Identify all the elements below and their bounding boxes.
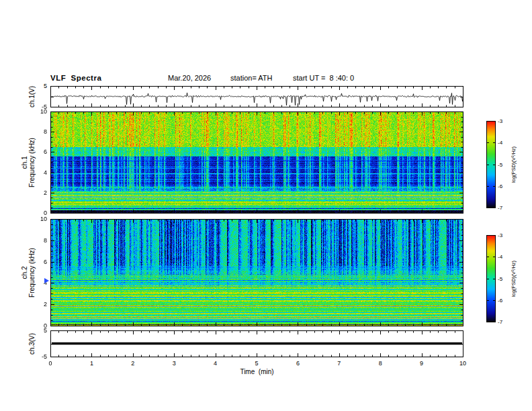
ch3-waveform-panel (50, 330, 463, 357)
ch1-axis-label-line2: Frequency (kHz) (28, 138, 36, 187)
figure-station: station= ATH (230, 74, 272, 82)
x-tick-label: 10 (455, 360, 470, 367)
colorbar-tick-label: -7 (498, 205, 502, 212)
vlf-spectra-figure: VLF Spectra Mar.20, 2026 station= ATH st… (0, 0, 532, 411)
y-tick-label: 8 (30, 128, 47, 135)
ch1-colorbar (486, 121, 496, 208)
ch2-spectrogram-panel (50, 219, 463, 326)
time-axis-label: Time (min) (50, 368, 463, 375)
x-tick-label: 0 (43, 360, 58, 367)
figure-start-ut: start UT = 8 :40: 0 (293, 74, 354, 82)
colorbar-tick-label: -7 (498, 319, 502, 326)
ch2-frequency-axis-label: ch.2Frequency (kHz) (21, 248, 36, 298)
y-tick-label: 5 (30, 83, 47, 89)
y-tick-label: 4 (30, 169, 47, 176)
y-tick-label: 0 (30, 322, 47, 329)
y-tick-label: 10 (30, 216, 47, 222)
x-tick-label: 5 (249, 360, 264, 367)
colorbar-tick-label: -4 (498, 254, 502, 261)
colorbar-tick-label: -6 (498, 183, 502, 190)
ch2-axis-label-line2: Frequency (kHz) (28, 248, 36, 298)
colorbar-tick-label: -5 (498, 162, 502, 169)
colorbar-tick-label: -3 (498, 118, 502, 125)
ch1-colorbar-label: log(PSD)(V²/Hz) (511, 146, 517, 183)
x-tick-label: 1 (84, 360, 99, 367)
ch2-colorbar-label: log(PSD)(V²/Hz) (511, 261, 517, 297)
y-tick-label: -5 (30, 353, 47, 360)
x-tick-label: 6 (290, 360, 305, 367)
x-tick-label: 3 (167, 360, 181, 367)
x-tick-label: 8 (373, 360, 388, 367)
ch1-frequency-axis-label: ch.1Frequency (kHz) (21, 138, 36, 187)
ch1-axis-label-line1: ch.1 (21, 156, 28, 169)
x-tick-label: 2 (126, 360, 140, 367)
figure-date: Mar.20, 2026 (168, 74, 211, 82)
y-tick-label: 2 (30, 189, 47, 196)
ch2-colorbar (486, 235, 496, 322)
colorbar-tick-label: -4 (498, 140, 502, 146)
frequency-marker (44, 278, 49, 283)
ch1-spectrogram-panel (50, 111, 463, 214)
ch3-voltage-axis-label: ch.3(V) (28, 333, 36, 355)
y-tick-label: 6 (30, 259, 47, 265)
colorbar-tick-label: -6 (498, 298, 502, 304)
y-tick-label: 10 (30, 108, 47, 115)
ch2-axis-label-line1: ch.2 (21, 267, 28, 279)
x-tick-label: 4 (208, 360, 223, 367)
colorbar-tick-label: -3 (498, 232, 502, 239)
y-tick-label: 2 (30, 301, 47, 308)
figure-title: VLF Spectra (50, 74, 101, 82)
ch1-waveform-panel (50, 86, 463, 107)
colorbar-tick-label: -5 (498, 276, 502, 283)
x-tick-label: 7 (332, 360, 347, 367)
y-tick-label: 8 (30, 237, 47, 244)
y-tick-label: 6 (30, 148, 47, 155)
x-tick-label: 9 (414, 360, 429, 367)
